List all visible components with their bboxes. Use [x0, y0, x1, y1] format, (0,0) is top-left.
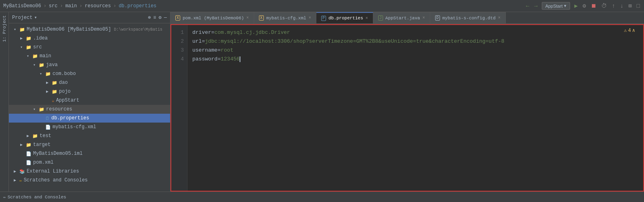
tree-file-icon: 📁: [39, 62, 44, 68]
run-icon[interactable]: ▶: [573, 2, 578, 10]
tree-item-java[interactable]: ▾ 📁 java: [9, 60, 170, 69]
appstart-chevron: ▾: [564, 3, 566, 8]
editor-content[interactable]: 1234 driver=com.mysql.cj.jdbc.Driverurl=…: [170, 24, 644, 192]
tree-item-idea[interactable]: ▶ 📁 .idea: [9, 34, 170, 43]
warning-expand[interactable]: ∧: [632, 27, 635, 33]
code-value: 123456: [221, 56, 240, 62]
tab-icon-db-properties-tab: P: [321, 16, 326, 21]
sep3: ›: [79, 3, 82, 9]
tree-file-icon: 📁: [45, 71, 51, 77]
minimize-icon[interactable]: —: [164, 15, 167, 21]
tab-mybatis-s-config-tab[interactable]: D mybatis-s-config.dtd ×: [430, 12, 506, 23]
tab-close-pom-xml-tab[interactable]: ×: [246, 16, 249, 20]
profile-icon[interactable]: ⏱: [600, 2, 608, 10]
tree-item-db-properties[interactable]: 🗒 db.properties: [9, 114, 170, 123]
sep2: ›: [60, 3, 63, 9]
forward-icon[interactable]: →: [533, 2, 538, 10]
tree-item-pom-xml[interactable]: 📄 pom.xml: [9, 158, 170, 167]
tree-item-mybatisdemo05-iml[interactable]: 📄 MyBatisDemo05.iml: [9, 149, 170, 158]
panel-toolbar-icons: ⊕ ≡ ⚙ —: [148, 15, 167, 21]
tree-arrow: ▾: [33, 107, 38, 112]
main-crumb[interactable]: main: [65, 3, 77, 9]
tree-item-pojo[interactable]: ▶ 📁 pojo: [9, 87, 170, 96]
scratches-item[interactable]: ✏ Scratches and Consoles: [3, 194, 66, 200]
expand-icon[interactable]: ≡: [153, 15, 156, 21]
build-icon[interactable]: ⚙: [582, 2, 587, 10]
tree-file-icon: 📁: [52, 80, 57, 85]
tree-arrow: ▶: [46, 89, 51, 94]
tree-item-main[interactable]: ▾ 📁 main: [9, 52, 170, 60]
tree-item-com-bobo[interactable]: ▾ 📁 com.bobo: [9, 69, 170, 78]
appstart-button[interactable]: AppStart ▾: [542, 2, 570, 10]
tab-label: mybatis-s-config.dtd: [442, 16, 496, 21]
tree-label: main: [40, 53, 51, 59]
tree-label: pom.xml: [33, 160, 53, 165]
tree-file-icon: 📁: [32, 54, 38, 59]
tree-item-test[interactable]: ▶ 📁 test: [9, 131, 170, 140]
tree-item-scratches[interactable]: ▶ ✏ Scratches and Consoles: [9, 176, 170, 185]
tree-item-mybatisdemo06[interactable]: ▾ 📁 MyBatisDemo06 [MyBatisDemo05] D:\wor…: [9, 25, 170, 34]
tree-label: .idea: [33, 35, 48, 41]
tree-item-appstart[interactable]: ☕ AppStart: [9, 96, 170, 105]
stop-icon[interactable]: ⏹: [590, 2, 597, 10]
tab-pom-xml-tab[interactable]: X pom.xml (MyBatisDemo06) ×: [170, 12, 254, 23]
tab-label: pom.xml (MyBatisDemo06): [183, 16, 244, 21]
tree-label: MyBatisDemo06 [MyBatisDemo05] D:\workspa…: [27, 27, 162, 32]
tree-label: com.bobo: [53, 71, 76, 77]
tree-arrow: ▶: [27, 133, 32, 138]
line-num-4: 4: [171, 55, 184, 64]
tree-item-mybatis-cfg[interactable]: 📄 mybatis-cfg.xml: [9, 123, 170, 131]
tab-icon-mybatis-cfg-tab: X: [259, 15, 264, 21]
layout-icon[interactable]: ⊞: [627, 2, 632, 10]
tab-close-db-properties-tab[interactable]: ×: [366, 16, 368, 21]
tree-item-external-libs[interactable]: ▶ 📚 External Libraries: [9, 167, 170, 176]
file-crumb[interactable]: db.properties: [119, 3, 157, 9]
tab-close-mybatis-cfg-tab[interactable]: ×: [309, 16, 311, 20]
code-area[interactable]: driver=com.mysql.cj.jdbc.Driverurl=jdbc:…: [187, 25, 643, 191]
tab-label: AppStart.java: [385, 16, 420, 21]
tree-label: resources: [46, 106, 72, 112]
project-panel-title: Project ▾: [12, 15, 37, 21]
src-crumb[interactable]: src: [49, 3, 58, 9]
tab-close-mybatis-s-config-tab[interactable]: ×: [498, 16, 501, 20]
search-git-icon[interactable]: ↑: [611, 2, 616, 10]
tree-label: src: [33, 44, 42, 50]
tree-label: dao: [59, 80, 68, 85]
project-chevron[interactable]: ▾: [34, 15, 37, 21]
project-tree: ▾ 📁 MyBatisDemo06 [MyBatisDemo05] D:\wor…: [9, 23, 170, 192]
tree-item-resources[interactable]: ▾ 📁 resources: [9, 105, 170, 114]
code-value: jdbc:mysql://localhost:3306/shop?serverT…: [205, 38, 504, 44]
code-line-2: url=jdbc:mysql://localhost:3306/shop?ser…: [192, 37, 638, 46]
scratches-label: Scratches and Consoles: [8, 195, 66, 200]
tree-file-icon: 📄: [45, 125, 51, 130]
project-strip-label[interactable]: 1: Project: [2, 15, 7, 42]
back-icon[interactable]: ←: [525, 2, 530, 10]
bottom-panel: ✏ Scratches and Consoles: [0, 192, 644, 202]
tree-item-dao[interactable]: ▶ 📁 dao: [9, 78, 170, 87]
tree-file-icon: 📁: [26, 45, 32, 50]
code-line-3: username=root: [192, 46, 638, 55]
sep1: ›: [44, 3, 46, 9]
window-icon[interactable]: □: [636, 2, 641, 10]
tab-db-properties-tab[interactable]: P db.properties ×: [316, 12, 373, 23]
tree-file-icon: ✏: [19, 178, 22, 183]
tree-item-target[interactable]: ▶ 📁 target: [9, 140, 170, 149]
tree-label: db.properties: [51, 115, 89, 121]
tree-item-src[interactable]: ▾ 📁 src: [9, 43, 170, 52]
tab-mybatis-cfg-tab[interactable]: X mybatis-cfg.xml ×: [254, 12, 316, 23]
tab-appstart-tab[interactable]: J AppStart.java ×: [373, 12, 430, 23]
resources-crumb[interactable]: resources: [85, 3, 111, 9]
tab-close-appstart-tab[interactable]: ×: [423, 16, 425, 20]
sidebar-strip: 1: Project: [0, 12, 9, 192]
tree-arrow: ▾: [14, 27, 19, 32]
tree-file-icon: 📁: [39, 107, 44, 112]
warning-badge: ⚠ 4 ∧: [624, 27, 635, 33]
update-icon[interactable]: ↓: [619, 2, 624, 10]
locate-icon[interactable]: ⊕: [148, 15, 151, 21]
tree-label: test: [40, 133, 51, 139]
project-name[interactable]: MyBatisDemo06: [3, 3, 41, 9]
tree-arrow: ▾: [27, 54, 32, 58]
settings-icon[interactable]: ⚙: [159, 15, 162, 21]
top-bar-right: ← → AppStart ▾ ▶ ⚙ ⏹ ⏱ ↑ ↓ ⊞ □: [525, 2, 641, 10]
code-key: driver: [192, 29, 211, 35]
